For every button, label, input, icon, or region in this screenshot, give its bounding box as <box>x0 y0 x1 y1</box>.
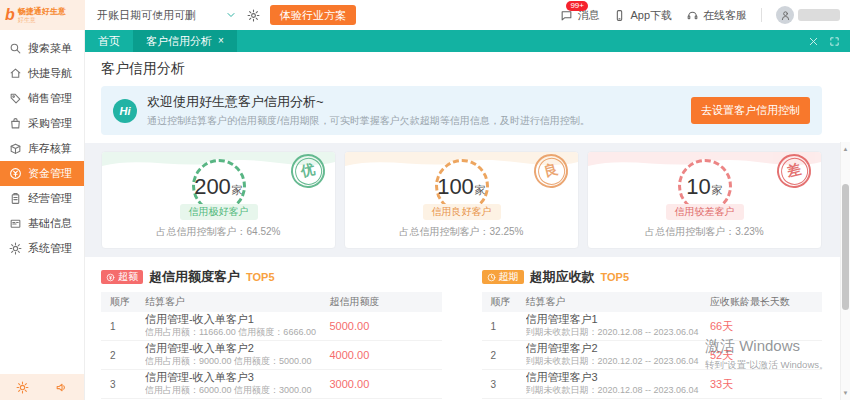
tops-label: TOP5 <box>601 271 630 283</box>
phone-icon <box>613 9 626 22</box>
credit-level-badge: 信用良好客户 <box>423 204 501 220</box>
sidebar-item-label: 快捷导航 <box>28 66 72 81</box>
app-logo: b 畅捷通好生意 好生意 <box>0 0 85 30</box>
brand-subtitle: 好生意 <box>18 17 66 23</box>
online-service-label: 在线客服 <box>703 8 747 23</box>
table-title: 超信用额度客户 <box>149 268 240 286</box>
main-area: 首页 客户信用分析 × 客户信用分析 Hi 欢迎使用好生意客户信用分析~ 通过控… <box>85 30 850 400</box>
box-icon <box>9 142 22 155</box>
home-icon <box>9 67 22 80</box>
tag-icon <box>9 92 22 105</box>
bag-icon <box>9 117 22 130</box>
card-excellent-credit: 200家 信用极好客户 占总信用控制客户：64.52% 优 <box>101 151 336 249</box>
stat-cards-row: 200家 信用极好客户 占总信用控制客户：64.52% 优 100家 信用良好客… <box>85 143 850 257</box>
tab-home[interactable]: 首页 <box>85 30 133 52</box>
ratio-label: 占总信用控制客户：3.23% <box>645 225 763 239</box>
trial-industry-plan-button[interactable]: 体验行业方案 <box>270 5 356 25</box>
page-title: 客户信用分析 <box>85 52 850 84</box>
fullscreen-icon[interactable] <box>829 36 840 47</box>
topbar-right: 99+ 消息 App下载 在线客服 <box>560 6 850 24</box>
sidebar-item-quick-nav[interactable]: 快捷导航 <box>0 61 84 86</box>
sidebar-item-system[interactable]: 系统管理 <box>0 236 84 261</box>
user-avatar <box>776 6 794 24</box>
sidebar-item-label: 搜索菜单 <box>28 41 72 56</box>
speaker-icon[interactable] <box>55 381 68 394</box>
table-row: 3 信用管理客户3到期未收款日期：2020.12.08 -- 2023.06.0… <box>482 370 823 399</box>
sidebar-item-search-menu[interactable]: 搜索菜单 <box>0 36 84 61</box>
scroll-up-arrow[interactable]: ▲ <box>841 144 850 154</box>
over-limit-table: 超额 超信用额度客户 TOP5 顺序 结算客户 超信用额度 1 信用管理-收入单… <box>101 261 442 399</box>
messages-button[interactable]: 99+ 消息 <box>560 8 599 23</box>
sidebar-item-label: 采购管理 <box>28 116 72 131</box>
customer-count: 10 <box>686 176 710 198</box>
tab-bar: 首页 客户信用分析 × <box>85 30 850 52</box>
person-icon <box>780 10 791 21</box>
ratio-label: 占总信用控制客户：64.52% <box>157 225 281 239</box>
sidebar-item-label: 系统管理 <box>28 241 72 256</box>
sidebar-item-purchase[interactable]: 采购管理 <box>0 111 84 136</box>
content-area: 客户信用分析 Hi 欢迎使用好生意客户信用分析~ 通过控制结算客户的信用额度/信… <box>85 52 850 400</box>
scrollbar-thumb[interactable] <box>842 184 849 310</box>
app-download-label: App下载 <box>630 8 672 23</box>
close-all-tabs-icon[interactable] <box>808 36 819 47</box>
tab-credit-analysis[interactable]: 客户信用分析 × <box>133 30 237 52</box>
tab-close-icon[interactable]: × <box>218 36 224 46</box>
ratio-label: 占总信用控制客户：32.25% <box>400 225 524 239</box>
vertical-scrollbar[interactable]: ▲ ▼ <box>840 142 850 400</box>
table-title: 超期应收款 <box>530 268 595 286</box>
search-icon <box>9 42 22 55</box>
sidebar-item-label: 基础信息 <box>28 216 72 231</box>
id-card-icon <box>9 217 22 230</box>
table-row: 2 信用管理-收入单客户2信用占用额：9000.00 信用额度：5000.00 … <box>101 341 442 370</box>
setup-credit-control-button[interactable]: 去设置客户信用控制 <box>691 97 810 124</box>
app-window: b 畅捷通好生意 好生意 开账日期可使用可删 体验行业方案 99+ 消息 App… <box>0 0 850 400</box>
customer-count: 100 <box>437 176 474 198</box>
scroll-down-arrow[interactable]: ▼ <box>841 388 850 398</box>
user-name-redacted <box>798 9 840 21</box>
clock-icon <box>487 273 496 282</box>
table-row: 1 信用管理客户1到期未收款日期：2020.12.08 -- 2023.06.0… <box>482 312 823 341</box>
account-set-label: 开账日期可使用可删 <box>97 8 196 23</box>
coin-yen-icon <box>106 273 115 282</box>
chevron-down-icon <box>225 9 237 21</box>
user-menu[interactable] <box>776 6 840 24</box>
tops-label: TOP5 <box>246 271 275 283</box>
account-set-selector[interactable]: 开账日期可使用可删 <box>97 8 237 23</box>
credit-level-badge: 信用较差客户 <box>666 204 744 220</box>
online-service-button[interactable]: 在线客服 <box>686 8 747 23</box>
table-header: 顺序 结算客户 应收账龄最长天数 <box>482 292 823 312</box>
banner-title: 欢迎使用好生意客户信用分析~ <box>147 93 590 111</box>
sidebar-item-sales[interactable]: 销售管理 <box>0 86 84 111</box>
overdue-badge: 超期 <box>482 270 524 284</box>
tables-row: 超额 超信用额度客户 TOP5 顺序 结算客户 超信用额度 1 信用管理-收入单… <box>85 257 850 399</box>
topbar-divider <box>761 8 762 22</box>
table-row: 1 信用管理-收入单客户1信用占用额：11666.00 信用额度：6666.00… <box>101 312 442 341</box>
brand-logo-icon: b <box>5 7 15 23</box>
card-poor-credit: 10家 信用较差客户 占总信用控制客户：3.23% 差 <box>587 151 822 249</box>
sidebar-footer <box>0 374 84 400</box>
sidebar-item-label: 经营管理 <box>28 191 72 206</box>
overdue-receivables-table: 超期 超期应收款 TOP5 顺序 结算客户 应收账龄最长天数 1 信用管理客户1… <box>482 261 823 399</box>
app-download-button[interactable]: App下载 <box>613 8 672 23</box>
sidebar-item-label: 资金管理 <box>28 166 72 181</box>
customer-count: 200 <box>194 176 231 198</box>
table-header: 顺序 结算客户 超信用额度 <box>101 292 442 312</box>
card-good-credit: 100家 信用良好客户 占总信用控制客户：32.25% 良 <box>344 151 579 249</box>
brand-title: 畅捷通好生意 <box>18 8 66 16</box>
sidebar-item-inventory[interactable]: 库存核算 <box>0 136 84 161</box>
coin-yen-icon <box>9 167 22 180</box>
sidebar-item-funds[interactable]: 资金管理 <box>0 161 84 186</box>
headset-icon <box>686 9 699 22</box>
credit-level-badge: 信用极好客户 <box>180 204 258 220</box>
banner-subtitle: 通过控制结算客户的信用额度/信用期限，可实时掌握客户欠款超期等信用信息，及时进行… <box>147 114 590 128</box>
sidebar-item-label: 销售管理 <box>28 91 72 106</box>
sidebar-item-basic-info[interactable]: 基础信息 <box>0 211 84 236</box>
settings-gear-icon[interactable] <box>247 9 260 22</box>
gear-icon[interactable] <box>16 381 29 394</box>
table-row: 2 信用管理客户2到期未收款日期：2020.12.02 -- 2023.06.0… <box>482 341 823 370</box>
table-row: 3 信用管理-收入单客户3信用占用额：6000.00 信用额度：3000.00 … <box>101 370 442 399</box>
sidebar-item-business[interactable]: 经营管理 <box>0 186 84 211</box>
topbar: b 畅捷通好生意 好生意 开账日期可使用可删 体验行业方案 99+ 消息 App… <box>0 0 850 30</box>
gear-icon <box>9 242 22 255</box>
messages-count-badge: 99+ <box>566 1 588 11</box>
